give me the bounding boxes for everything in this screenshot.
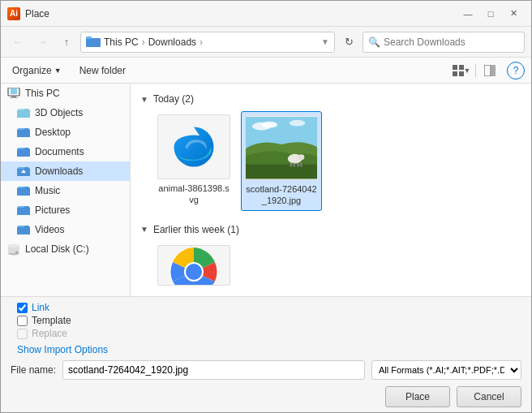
sidebar-item-music[interactable]: Music [1, 181, 130, 200]
folder-icon [86, 36, 101, 49]
forward-button[interactable]: → [32, 32, 53, 53]
organize-dropdown-icon: ▼ [54, 67, 62, 75]
sidebar-label-desktop: Desktop [35, 127, 71, 138]
svg-rect-2 [453, 65, 457, 70]
checkbox-row-template: Template [17, 315, 521, 326]
replace-label: Replace [32, 328, 67, 339]
file-thumb-animal-svg [157, 114, 230, 179]
crumb-thispc[interactable]: This PC [104, 37, 139, 48]
file-type-select[interactable]: All Formats (*.AI;*.AIT;*.PDF;*.D [371, 360, 521, 380]
link-checkbox[interactable] [17, 303, 28, 313]
folder-pictures-icon [17, 204, 30, 217]
sidebar-label-3d-objects: 3D Objects [35, 107, 83, 118]
checkbox-row-link: Link [17, 302, 521, 313]
chevron-today: ▼ [140, 95, 148, 104]
view-dropdown-icon: ▼ [464, 67, 471, 75]
svg-rect-4 [453, 71, 457, 76]
new-folder-button[interactable]: New folder [73, 62, 132, 79]
file-item-scotland-jpg[interactable]: scotland-7264042_1920.jpg [241, 111, 322, 211]
svg-rect-22 [246, 165, 317, 179]
show-import-options-link[interactable]: Show Import Options [11, 344, 108, 355]
chevron-earlier: ▼ [140, 225, 148, 234]
sidebar-item-documents[interactable]: Documents [1, 142, 130, 161]
template-label[interactable]: Template [32, 315, 71, 326]
folder-3d-icon [17, 106, 30, 119]
folder-music-icon [17, 184, 30, 197]
edge-logo-svg [165, 118, 222, 175]
file-grid-today: animal-3861398.svg [140, 111, 521, 211]
file-grid-earlier [140, 242, 521, 292]
svg-rect-6 [484, 65, 491, 76]
group-earlier-label: Earlier this week (1) [153, 224, 239, 235]
pc-icon [7, 87, 20, 100]
svg-rect-9 [11, 88, 17, 94]
bottom-section: Link Template Replace Show Import Option… [1, 296, 531, 412]
maximize-button[interactable]: □ [479, 2, 502, 25]
sidebar-label-music: Music [35, 185, 60, 196]
bottom-buttons: Place Cancel [11, 386, 521, 407]
file-name-input[interactable] [62, 360, 365, 380]
svg-rect-1 [86, 37, 92, 39]
sidebar-item-downloads[interactable]: Downloads [1, 161, 130, 181]
organize-button[interactable]: Organize ▼ [7, 62, 66, 79]
checkbox-row-replace: Replace [17, 328, 521, 339]
folder-downloads-icon [17, 165, 30, 178]
template-checkbox[interactable] [17, 316, 28, 326]
sidebar-item-3d-objects[interactable]: 3D Objects [1, 103, 130, 123]
svg-point-24 [298, 154, 305, 160]
sidebar-item-local-disk[interactable]: Local Disk (C:) [1, 239, 130, 259]
svg-rect-28 [300, 163, 302, 167]
file-name-label: File name: [11, 364, 56, 376]
group-today-label: Today (2) [153, 93, 194, 105]
svg-point-21 [290, 120, 306, 127]
sidebar-item-pictures[interactable]: Pictures [1, 200, 130, 220]
sidebar: This PC 3D Objects [1, 84, 131, 296]
link-anchor[interactable]: Link [32, 302, 49, 313]
svg-rect-17 [15, 252, 18, 253]
secondary-toolbar: Organize ▼ New folder ▼ ? [1, 58, 531, 84]
minimize-button[interactable]: — [457, 2, 479, 25]
view-controls: ▼ [451, 61, 500, 80]
address-bar[interactable]: This PC › Downloads › ▼ [80, 32, 335, 53]
replace-checkbox[interactable] [17, 329, 28, 339]
file-item-chrome[interactable] [153, 242, 234, 292]
svg-point-31 [186, 264, 202, 280]
svg-rect-11 [10, 97, 18, 98]
cancel-button[interactable]: Cancel [457, 386, 521, 407]
preview-panel-button[interactable] [479, 61, 500, 80]
search-input[interactable] [384, 37, 519, 48]
close-button[interactable]: ✕ [502, 2, 525, 25]
file-name-animal-svg: animal-3861398.svg [157, 183, 231, 206]
place-dialog: Ai Place — □ ✕ ← → ↑ This PC › Downloads… [0, 0, 532, 413]
svg-rect-0 [86, 38, 101, 47]
tiles-icon [453, 65, 464, 76]
sidebar-item-desktop[interactable]: Desktop [1, 123, 130, 142]
dialog-title: Place [25, 8, 457, 19]
view-tiles-button[interactable]: ▼ [451, 61, 472, 80]
file-item-animal-svg[interactable]: animal-3861398.svg [153, 111, 234, 211]
up-button[interactable]: ↑ [56, 32, 77, 53]
link-label[interactable]: Link [32, 302, 49, 313]
group-earlier: ▼ Earlier this week (1) [140, 224, 521, 235]
place-button[interactable]: Place [385, 386, 450, 407]
help-button[interactable]: ? [507, 62, 525, 80]
sidebar-item-videos[interactable]: Videos [1, 220, 130, 239]
crumb-downloads[interactable]: Downloads [148, 37, 196, 48]
group-today: ▼ Today (2) [140, 93, 521, 105]
sidebar-item-this-pc[interactable]: This PC [1, 84, 130, 103]
organize-label: Organize [12, 65, 52, 76]
file-name-scotland-jpg: scotland-7264042_1920.jpg [245, 183, 318, 207]
svg-rect-25 [290, 163, 292, 167]
address-dropdown-icon[interactable]: ▼ [321, 37, 329, 46]
back-button[interactable]: ← [7, 32, 28, 53]
refresh-button[interactable]: ↻ [338, 32, 359, 53]
svg-rect-7 [491, 65, 496, 76]
sidebar-label-documents: Documents [35, 146, 84, 157]
svg-point-16 [8, 244, 19, 248]
window-controls: — □ ✕ [457, 2, 525, 25]
search-icon: 🔍 [368, 37, 380, 48]
main-area: This PC 3D Objects [1, 84, 531, 296]
sidebar-label-videos: Videos [35, 224, 64, 235]
content-area: ▼ Today (2) [131, 84, 531, 296]
sidebar-label-local-disk: Local Disk (C:) [25, 243, 89, 255]
